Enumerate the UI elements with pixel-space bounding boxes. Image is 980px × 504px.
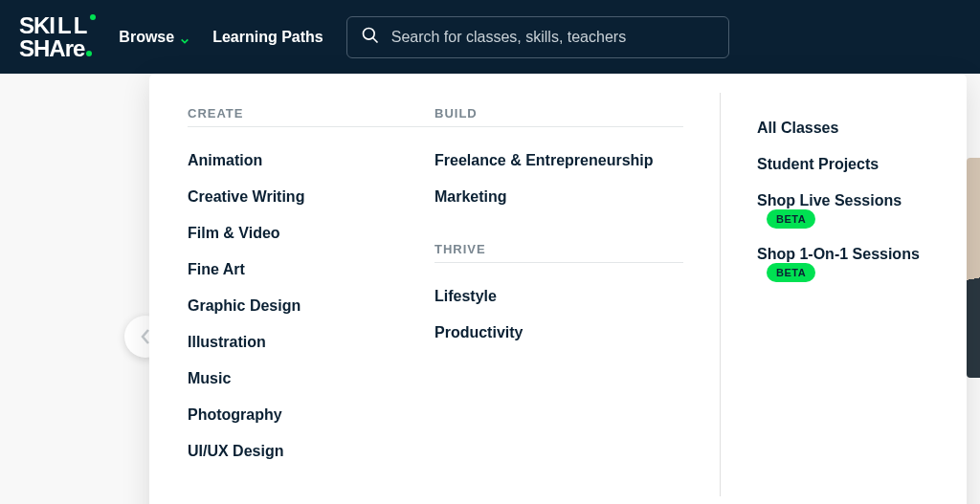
menu-link-label: Shop 1-On-1 Sessions — [757, 246, 920, 262]
dropdown-col-mid: BUILD Freelance & Entrepreneurship Marke… — [434, 106, 683, 496]
svg-point-0 — [363, 28, 374, 39]
section-title-create: CREATE — [188, 106, 434, 127]
nav-browse[interactable]: Browse — [119, 29, 189, 46]
menu-link-label: All Classes — [757, 120, 838, 136]
search-container[interactable] — [346, 16, 729, 58]
section-title-build: BUILD — [434, 106, 683, 127]
menu-link-shop-1on1[interactable]: Shop 1-On-1 Sessions BETA — [757, 236, 928, 290]
menu-link-label: Student Projects — [757, 156, 879, 172]
dropdown-col-right: All Classes Student Projects Shop Live S… — [757, 106, 928, 496]
dropdown-separator — [720, 93, 721, 496]
section-title-thrive: THRIVE — [434, 242, 683, 263]
header: SKILL SHAre Browse Learning Paths — [0, 0, 980, 74]
menu-link-ui-ux-design[interactable]: UI/UX Design — [188, 433, 434, 470]
nav-browse-label: Browse — [119, 29, 174, 46]
menu-link-marketing[interactable]: Marketing — [434, 179, 683, 215]
menu-link-all-classes[interactable]: All Classes — [757, 110, 928, 146]
svg-line-1 — [372, 37, 377, 42]
menu-link-label: Shop Live Sessions — [757, 192, 902, 208]
menu-link-music[interactable]: Music — [188, 361, 434, 397]
menu-link-graphic-design[interactable]: Graphic Design — [188, 288, 434, 324]
dropdown-col-create: CREATE Animation Creative Writing Film &… — [188, 106, 434, 496]
menu-link-freelance[interactable]: Freelance & Entrepreneurship — [434, 142, 683, 179]
menu-link-photography[interactable]: Photography — [188, 397, 434, 433]
menu-link-fine-art[interactable]: Fine Art — [188, 252, 434, 288]
beta-badge: BETA — [767, 263, 815, 282]
menu-link-film-video[interactable]: Film & Video — [188, 215, 434, 252]
menu-link-animation[interactable]: Animation — [188, 142, 434, 179]
menu-link-productivity[interactable]: Productivity — [434, 315, 683, 351]
logo[interactable]: SKILL SHAre — [19, 14, 96, 60]
nav-learning-paths-label: Learning Paths — [212, 29, 323, 46]
search-icon — [361, 26, 380, 49]
menu-link-lifestyle[interactable]: Lifestyle — [434, 278, 683, 315]
menu-link-student-projects[interactable]: Student Projects — [757, 146, 928, 183]
beta-badge: BETA — [767, 209, 815, 229]
menu-link-shop-live[interactable]: Shop Live Sessions BETA — [757, 183, 928, 236]
menu-link-creative-writing[interactable]: Creative Writing — [188, 179, 434, 215]
search-input[interactable] — [391, 29, 715, 46]
browse-dropdown: CREATE Animation Creative Writing Film &… — [149, 74, 967, 504]
nav-learning-paths[interactable]: Learning Paths — [212, 29, 323, 46]
chevron-down-icon — [180, 33, 189, 42]
carousel-card-peek — [967, 158, 980, 378]
menu-link-illustration[interactable]: Illustration — [188, 324, 434, 361]
